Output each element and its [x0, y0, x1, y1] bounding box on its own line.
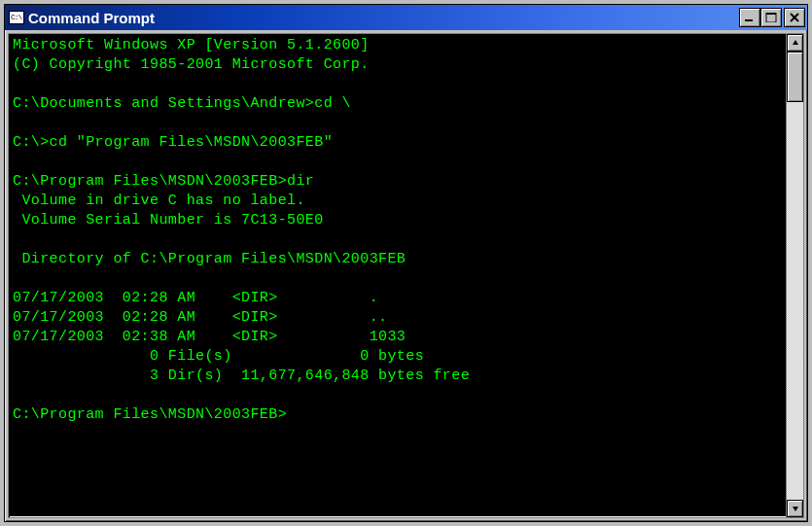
- svg-rect-0: [745, 19, 753, 21]
- app-icon-glyph: C:\: [11, 14, 21, 21]
- scroll-up-button[interactable]: [787, 34, 803, 52]
- app-icon[interactable]: C:\: [9, 11, 24, 24]
- svg-rect-2: [766, 13, 776, 15]
- scroll-thumb[interactable]: [787, 52, 803, 102]
- vertical-scrollbar[interactable]: [786, 34, 803, 517]
- maximize-button[interactable]: [760, 8, 782, 27]
- window-controls: [739, 8, 805, 27]
- scroll-down-button[interactable]: [787, 500, 803, 517]
- window-title: Command Prompt: [28, 10, 735, 26]
- client-area: Microsoft Windows XP [Version 5.1.2600] …: [8, 33, 804, 518]
- command-prompt-window: C:\ Command Prompt Microsoft Windows XP …: [4, 4, 808, 522]
- console-output[interactable]: Microsoft Windows XP [Version 5.1.2600] …: [9, 34, 786, 517]
- minimize-button[interactable]: [739, 8, 760, 27]
- scroll-track[interactable]: [787, 52, 803, 500]
- close-button[interactable]: [784, 8, 805, 27]
- titlebar[interactable]: C:\ Command Prompt: [5, 5, 807, 30]
